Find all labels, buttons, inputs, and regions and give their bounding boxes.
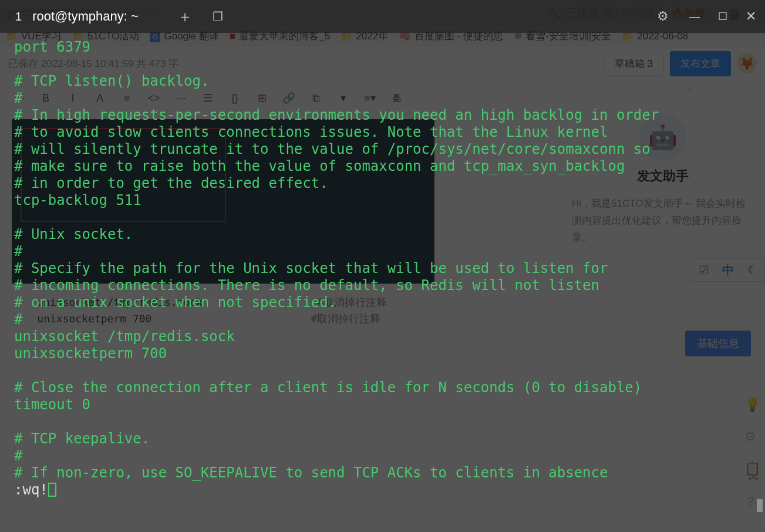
terminal-line: # Unix socket.: [14, 226, 133, 243]
terminal-line: # incoming connections. There is no defa…: [14, 277, 599, 294]
terminal-line: # on a unix socket when not specified.: [14, 294, 336, 311]
split-pane-icon[interactable]: ❐: [213, 9, 223, 23]
terminal-settings-icon[interactable]: ⚙: [657, 9, 669, 24]
new-tab-icon[interactable]: ＋: [177, 6, 193, 27]
terminal-tab-title: root@tymphany: ~: [32, 9, 139, 24]
terminal-line: # In high requests-per-second environmen…: [14, 107, 659, 123]
terminal-line: # in order to get the desired effect.: [14, 175, 328, 191]
terminal-line: port 6379: [14, 39, 90, 55]
terminal-line: # TCP listen() backlog.: [14, 73, 209, 89]
terminal-tab[interactable]: 1 root@tymphany: ~: [0, 0, 154, 33]
terminal-titlebar[interactable]: 1 root@tymphany: ~ ＋ ❐ ⚙ — ☐ ✕: [0, 0, 765, 33]
terminal-tab-index: 1: [15, 10, 22, 23]
terminal-line: # Close the connection after a client is…: [14, 379, 642, 396]
terminal-line: # to avoid slow clients connections issu…: [14, 124, 608, 140]
terminal-line: # Specify the path for the Unix socket t…: [14, 260, 608, 277]
window-close-icon[interactable]: ✕: [737, 0, 765, 33]
window-maximize-icon[interactable]: ☐: [709, 0, 737, 33]
terminal-line: unixsocket /tmp/redis.sock: [14, 328, 235, 345]
terminal-body[interactable]: port 6379 # TCP listen() backlog. # # In…: [0, 33, 765, 532]
terminal-line: # will silently truncate it to the value…: [14, 141, 651, 157]
terminal-window: 1 root@tymphany: ~ ＋ ❐ ⚙ — ☐ ✕ port 6379…: [0, 0, 765, 532]
terminal-line: tcp-backlog 511: [14, 192, 141, 208]
terminal-line: #: [14, 90, 22, 106]
terminal-line: #: [14, 447, 22, 464]
terminal-line: # make sure to raise both the value of s…: [14, 158, 625, 174]
terminal-line: # TCP keepalive.: [14, 430, 150, 447]
terminal-line: #: [14, 243, 22, 260]
window-minimize-icon[interactable]: —: [680, 0, 709, 33]
terminal-line: # If non-zero, use SO_KEEPALIVE to send …: [14, 464, 608, 481]
terminal-line: #: [14, 311, 22, 328]
vim-command: :wq!: [14, 482, 48, 498]
terminal-line: timeout 0: [14, 396, 90, 413]
terminal-cursor: [48, 483, 56, 497]
terminal-line: unixsocketperm 700: [14, 345, 167, 362]
